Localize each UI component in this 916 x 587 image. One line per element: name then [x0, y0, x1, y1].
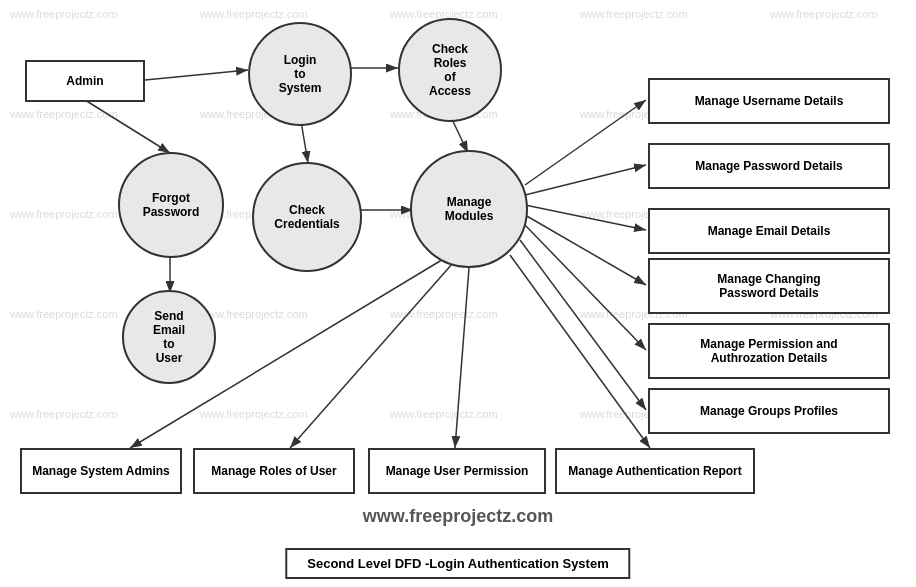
manage-email-label: Manage Email Details: [708, 224, 831, 238]
diagram: www.freeprojectz.com www.freeprojectz.co…: [0, 0, 916, 587]
forgot-password-label: ForgotPassword: [143, 191, 200, 219]
manage-modules-node: ManageModules: [410, 150, 528, 268]
manage-permission-box: Manage Permission andAuthrozation Detail…: [648, 323, 890, 379]
watermark-5: www.freeprojectz.com: [770, 8, 878, 20]
admin-box: Admin: [25, 60, 145, 102]
manage-groups-label: Manage Groups Profiles: [700, 404, 838, 418]
manage-user-perm-box: Manage User Permission: [368, 448, 546, 494]
check-credentials-label: CheckCredentials: [274, 203, 339, 231]
forgot-password-node: ForgotPassword: [118, 152, 224, 258]
watermark-1: www.freeprojectz.com: [10, 8, 118, 20]
svg-line-11: [525, 215, 646, 285]
send-email-node: SendEmailtoUser: [122, 290, 216, 384]
send-email-label: SendEmailtoUser: [153, 309, 185, 365]
login-node: LogintoSystem: [248, 22, 352, 126]
manage-roles-label: Manage Roles of User: [211, 464, 336, 478]
manage-password-label: Manage Password Details: [695, 159, 842, 173]
manage-permission-label: Manage Permission andAuthrozation Detail…: [700, 337, 837, 365]
svg-line-1: [145, 70, 248, 80]
manage-auth-report-box: Manage Authentication Report: [555, 448, 755, 494]
watermark-6: www.freeprojectz.com: [10, 108, 118, 120]
check-roles-node: CheckRolesofAccess: [398, 18, 502, 122]
watermark-21: www.freeprojectz.com: [10, 408, 118, 420]
svg-line-13: [520, 240, 646, 410]
footer-watermark: www.freeprojectz.com: [0, 506, 916, 527]
manage-changing-pwd-label: Manage ChangingPassword Details: [717, 272, 820, 300]
manage-username-label: Manage Username Details: [695, 94, 844, 108]
check-credentials-node: CheckCredentials: [252, 162, 362, 272]
watermark-22: www.freeprojectz.com: [200, 408, 308, 420]
watermark-16: www.freeprojectz.com: [10, 308, 118, 320]
title-text: Second Level DFD -Login Authentication S…: [307, 556, 608, 571]
watermark-23: www.freeprojectz.com: [390, 408, 498, 420]
manage-email-box: Manage Email Details: [648, 208, 890, 254]
svg-line-15: [290, 255, 460, 448]
manage-username-box: Manage Username Details: [648, 78, 890, 124]
watermark-11: www.freeprojectz.com: [10, 208, 118, 220]
manage-user-perm-label: Manage User Permission: [386, 464, 529, 478]
manage-roles-box: Manage Roles of User: [193, 448, 355, 494]
check-roles-label: CheckRolesofAccess: [429, 42, 471, 98]
manage-changing-pwd-box: Manage ChangingPassword Details: [648, 258, 890, 314]
manage-auth-report-label: Manage Authentication Report: [568, 464, 742, 478]
svg-line-10: [525, 205, 646, 230]
svg-line-12: [525, 225, 646, 350]
svg-line-16: [455, 255, 470, 448]
watermark-17: www.freeprojectz.com: [200, 308, 308, 320]
manage-groups-box: Manage Groups Profiles: [648, 388, 890, 434]
admin-label: Admin: [66, 74, 103, 88]
watermark-18: www.freeprojectz.com: [390, 308, 498, 320]
manage-sys-admins-box: Manage System Admins: [20, 448, 182, 494]
manage-sys-admins-label: Manage System Admins: [32, 464, 170, 478]
title-box: Second Level DFD -Login Authentication S…: [285, 548, 630, 579]
manage-password-box: Manage Password Details: [648, 143, 890, 189]
svg-line-17: [510, 255, 650, 448]
svg-line-9: [525, 165, 646, 195]
svg-line-8: [525, 100, 646, 185]
watermark-2: www.freeprojectz.com: [200, 8, 308, 20]
watermark-4: www.freeprojectz.com: [580, 8, 688, 20]
footer-watermark-text: www.freeprojectz.com: [363, 506, 553, 526]
manage-modules-label: ManageModules: [445, 195, 494, 223]
svg-line-2: [85, 100, 170, 153]
login-label: LogintoSystem: [279, 53, 322, 95]
